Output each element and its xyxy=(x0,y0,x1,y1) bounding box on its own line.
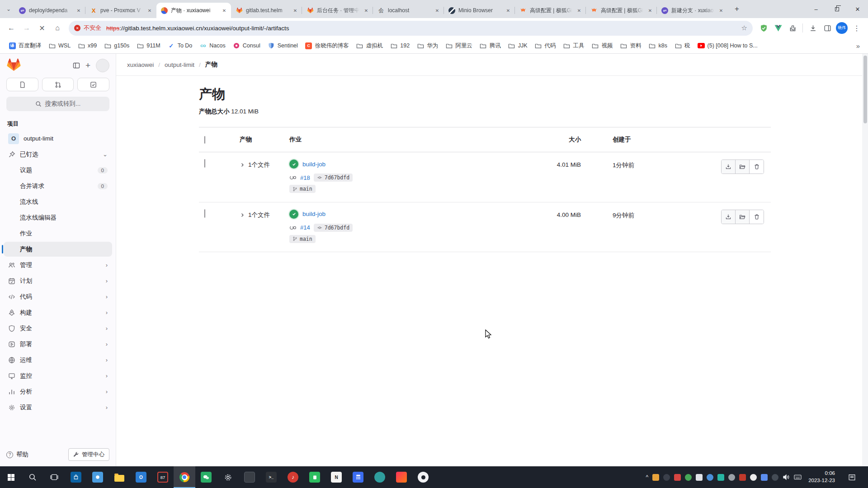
merge-requests-shortcut-button[interactable] xyxy=(42,78,74,91)
home-button[interactable]: ⌂ xyxy=(51,21,64,35)
sidebar-item-pipelines[interactable]: 流水线 xyxy=(4,194,112,209)
tab-close-icon[interactable]: ✕ xyxy=(75,7,82,14)
vue-devtools-extension-icon[interactable] xyxy=(772,22,784,34)
extensions-puzzle-icon[interactable] xyxy=(786,22,799,34)
bookmark-folder-g150s[interactable]: g150s xyxy=(101,40,132,51)
action-center-button[interactable] xyxy=(843,474,861,481)
bookmark-folder-wsl[interactable]: WSL xyxy=(45,40,74,51)
sidebar-item-operate[interactable]: 运维› xyxy=(4,352,112,367)
bookmark-folder-huawei[interactable]: 华为 xyxy=(414,40,441,51)
taskbar-clock[interactable]: 0:06 2023-12-23 xyxy=(806,470,839,484)
breadcrumb-user[interactable]: xuxiaowei xyxy=(127,61,154,68)
bookmark-baidu-translate[interactable]: 译百度翻译 xyxy=(5,40,44,51)
admin-area-button[interactable]: 管理中心 xyxy=(68,448,109,461)
taskbar-store[interactable] xyxy=(65,466,87,488)
job-link[interactable]: build-job xyxy=(302,161,326,168)
side-panel-button[interactable] xyxy=(821,22,834,34)
profile-avatar[interactable]: 晓伟 xyxy=(835,22,848,34)
address-bar[interactable]: ✕ 不安全 https://gitlab.test.helm.xuxiaowei… xyxy=(69,21,753,36)
bookmark-folder-tax[interactable]: 税 xyxy=(671,40,693,51)
bookmark-folder-tencent[interactable]: 腾讯 xyxy=(476,40,504,51)
sidebar-item-artifacts[interactable]: 产物 xyxy=(4,242,112,257)
bookmark-folder-jjk[interactable]: JJK xyxy=(505,40,531,51)
row-checkbox[interactable] xyxy=(204,159,205,168)
task-view-button[interactable] xyxy=(43,466,65,488)
browser-tab-10[interactable]: git 新建分支 · xuxiao ✕ xyxy=(657,3,728,18)
not-secure-label[interactable]: 不安全 xyxy=(84,24,103,32)
window-minimize-button[interactable]: – xyxy=(806,0,826,18)
tab-close-icon[interactable]: ✕ xyxy=(363,7,370,14)
todo-shortcut-button[interactable] xyxy=(77,78,109,91)
taskbar-settings[interactable] xyxy=(217,466,239,488)
sidebar-item-secure[interactable]: 安全› xyxy=(4,321,112,336)
bookmark-folder-code[interactable]: 代码 xyxy=(532,40,559,51)
taskbar-monitor-gadget[interactable]: 87 xyxy=(152,466,174,488)
browser-tab-9[interactable]: 高级配置 | 极狐Gi ✕ xyxy=(586,3,657,18)
browser-tab-5[interactable]: 后台任务 · 管理中 ✕ xyxy=(302,3,373,18)
taskbar-terminal[interactable]: >_ xyxy=(260,466,282,488)
sidebar-item-analyze[interactable]: 分析› xyxy=(4,384,112,399)
window-restore-button[interactable] xyxy=(826,0,847,18)
stop-button[interactable]: ✕ xyxy=(35,21,49,35)
expand-files-toggle[interactable]: 1个文件 xyxy=(231,210,289,219)
tray-icon-10[interactable] xyxy=(750,474,757,481)
sidebar-item-monitor[interactable]: 监控› xyxy=(4,368,112,383)
sidebar-item-code[interactable]: 代码› xyxy=(4,289,112,304)
taskbar-vm-window[interactable] xyxy=(239,466,260,488)
bookmark-folder-x99[interactable]: x99 xyxy=(75,40,100,51)
taskbar-notes[interactable] xyxy=(304,466,326,488)
bookmark-folder-docs[interactable]: 资料 xyxy=(617,40,645,51)
keyboard-icon[interactable] xyxy=(794,474,802,480)
bookmark-csdn-blog[interactable]: C徐晓伟的博客 xyxy=(302,40,352,51)
taskbar-remote-app[interactable] xyxy=(369,466,391,488)
download-button[interactable] xyxy=(722,160,736,174)
bookmark-star-icon[interactable]: ☆ xyxy=(740,24,749,32)
tab-close-icon[interactable]: ✕ xyxy=(576,7,583,14)
branch-badge[interactable]: main xyxy=(289,235,316,243)
pipeline-link[interactable]: #18 xyxy=(300,174,310,181)
taskbar-media-player[interactable] xyxy=(412,466,434,488)
browser-tab-1[interactable]: git deploy/dependa ✕ xyxy=(14,3,85,18)
tab-overflow-chevron-icon[interactable]: ⌄ xyxy=(3,3,14,15)
user-avatar[interactable] xyxy=(96,59,109,72)
tray-icon-5[interactable] xyxy=(696,474,703,481)
taskbar-chrome[interactable] xyxy=(174,466,195,488)
bookmark-folder-tools[interactable]: 工具 xyxy=(560,40,588,51)
tray-icon-8[interactable] xyxy=(728,474,735,481)
browse-folder-button[interactable] xyxy=(736,160,750,174)
taskbar-idea[interactable] xyxy=(391,466,412,488)
bookmark-folder-vm[interactable]: 虚拟机 xyxy=(353,40,387,51)
sidebar-item-pipeline-editor[interactable]: 流水线编辑器 xyxy=(4,210,112,225)
sidebar-item-settings[interactable]: 设置› xyxy=(4,400,112,415)
expand-files-toggle[interactable]: 1个文件 xyxy=(231,160,289,169)
bookmark-todo[interactable]: ✓To Do xyxy=(165,40,196,51)
sidebar-item-jobs[interactable]: 作业 xyxy=(4,226,112,241)
taskbar-notion[interactable]: N xyxy=(326,466,347,488)
create-new-plus-icon[interactable]: + xyxy=(85,61,90,70)
bookmark-youtube[interactable]: (5) [008] How to S... xyxy=(694,40,761,51)
commit-badge[interactable]: 7d67bdfd xyxy=(314,174,353,182)
sidebar-item-deploy[interactable]: 部署› xyxy=(4,337,112,352)
taskbar-outlook[interactable]: O xyxy=(130,466,152,488)
volume-icon[interactable] xyxy=(783,474,790,481)
browser-tab-2[interactable]: X pve - Proxmox V ✕ xyxy=(85,3,156,18)
commit-badge[interactable]: 7d67bdfd xyxy=(314,224,353,232)
url-text[interactable]: https://gitlab.test.helm.xuxiaowei.cn/xu… xyxy=(106,25,736,32)
bookmark-nacos[interactable]: CONacos xyxy=(196,40,228,51)
tray-icon-6[interactable] xyxy=(707,474,713,481)
sidebar-item-merge-requests[interactable]: 合并请求0 xyxy=(4,178,112,193)
browser-tab-4[interactable]: gitlab.test.helm ✕ xyxy=(231,3,302,18)
browser-menu-button[interactable]: ⋮ xyxy=(850,21,863,35)
sidebar-item-build[interactable]: 构建› xyxy=(4,305,112,320)
new-tab-button[interactable]: + xyxy=(731,3,743,15)
taskbar-calculator[interactable] xyxy=(347,466,369,488)
tab-close-icon[interactable]: ✕ xyxy=(434,7,441,14)
bookmark-folder-k8s[interactable]: k8s xyxy=(646,40,670,51)
sidebar-search[interactable]: 搜索或转到... xyxy=(6,97,109,111)
tab-close-icon[interactable]: ✕ xyxy=(717,7,725,14)
adguard-extension-icon[interactable] xyxy=(757,22,770,34)
breadcrumb-project[interactable]: output-limit xyxy=(165,61,194,68)
tab-close-icon[interactable]: ✕ xyxy=(646,7,654,14)
row-checkbox[interactable] xyxy=(204,209,205,218)
tray-icon-9[interactable] xyxy=(739,474,746,481)
